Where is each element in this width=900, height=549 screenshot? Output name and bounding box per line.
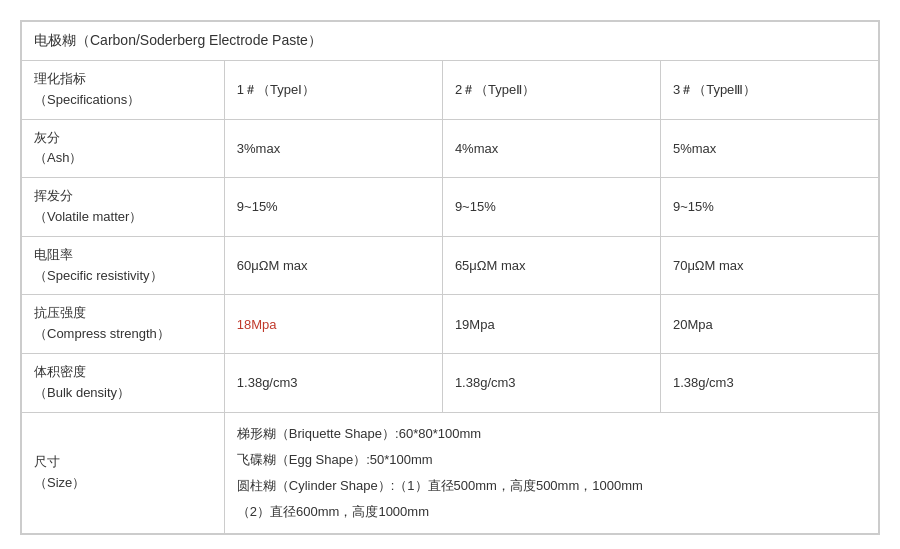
row-density-val3: 1.38g/cm3 [660, 353, 878, 412]
header-type3: 3＃（TypeⅢ） [660, 61, 878, 120]
size-line-3: 圆柱糊（Cylinder Shape）:（1）直径500mm，高度500mm，1… [237, 473, 866, 499]
header-type1: 1＃（TypeⅠ） [224, 61, 442, 120]
row-resistivity-val1: 60μΩM max [224, 236, 442, 295]
table-row: 体积密度 （Bulk density） 1.38g/cm3 1.38g/cm3 … [22, 353, 879, 412]
row-volatile-val2: 9~15% [442, 178, 660, 237]
table-header-row: 理化指标 （Specifications） 1＃（TypeⅠ） 2＃（TypeⅡ… [22, 61, 879, 120]
table-row-size: 尺寸 （Size） 梯形糊（Briquette Shape）:60*80*100… [22, 412, 879, 533]
row-compress-val1: 18Mpa [224, 295, 442, 354]
row-density-zh: 体积密度 [34, 362, 212, 383]
row-volatile-val1: 9~15% [224, 178, 442, 237]
specs-table-container: 电极糊（Carbon/Soderberg Electrode Paste） 理化… [20, 20, 880, 535]
row-resistivity-val3: 70μΩM max [660, 236, 878, 295]
specs-table: 电极糊（Carbon/Soderberg Electrode Paste） 理化… [21, 21, 879, 534]
row-ash-val2: 4%max [442, 119, 660, 178]
row-density-val1: 1.38g/cm3 [224, 353, 442, 412]
size-line-2: 飞碟糊（Egg Shape）:50*100mm [237, 447, 866, 473]
table-title: 电极糊（Carbon/Soderberg Electrode Paste） [22, 22, 879, 61]
row-density-label: 体积密度 （Bulk density） [22, 353, 225, 412]
row-ash-label: 灰分 （Ash） [22, 119, 225, 178]
row-resistivity-zh: 电阻率 [34, 245, 212, 266]
row-size-values: 梯形糊（Briquette Shape）:60*80*100mm 飞碟糊（Egg… [224, 412, 878, 533]
table-title-row: 电极糊（Carbon/Soderberg Electrode Paste） [22, 22, 879, 61]
row-compress-label: 抗压强度 （Compress strength） [22, 295, 225, 354]
row-compress-val3: 20Mpa [660, 295, 878, 354]
header-type2: 2＃（TypeⅡ） [442, 61, 660, 120]
size-line-1: 梯形糊（Briquette Shape）:60*80*100mm [237, 421, 866, 447]
row-compress-zh: 抗压强度 [34, 303, 212, 324]
row-ash-en: （Ash） [34, 148, 212, 169]
row-density-en: （Bulk density） [34, 383, 212, 404]
header-label-zh: 理化指标 [34, 69, 212, 90]
row-volatile-val3: 9~15% [660, 178, 878, 237]
row-compress-val2: 19Mpa [442, 295, 660, 354]
row-ash-val3: 5%max [660, 119, 878, 178]
row-resistivity-val2: 65μΩM max [442, 236, 660, 295]
table-row: 抗压强度 （Compress strength） 18Mpa 19Mpa 20M… [22, 295, 879, 354]
row-size-zh: 尺寸 [34, 452, 212, 473]
row-resistivity-en: （Specific resistivity） [34, 266, 212, 287]
row-size-en: （Size） [34, 473, 212, 494]
row-density-val2: 1.38g/cm3 [442, 353, 660, 412]
size-line-4: （2）直径600mm，高度1000mm [237, 499, 866, 525]
row-ash-zh: 灰分 [34, 128, 212, 149]
header-label-en: （Specifications） [34, 90, 212, 111]
row-volatile-label: 挥发分 （Volatile matter） [22, 178, 225, 237]
row-volatile-zh: 挥发分 [34, 186, 212, 207]
row-size-label: 尺寸 （Size） [22, 412, 225, 533]
table-row: 电阻率 （Specific resistivity） 60μΩM max 65μ… [22, 236, 879, 295]
header-label-cell: 理化指标 （Specifications） [22, 61, 225, 120]
row-compress-en: （Compress strength） [34, 324, 212, 345]
row-ash-val1: 3%max [224, 119, 442, 178]
table-row: 挥发分 （Volatile matter） 9~15% 9~15% 9~15% [22, 178, 879, 237]
row-volatile-en: （Volatile matter） [34, 207, 212, 228]
row-resistivity-label: 电阻率 （Specific resistivity） [22, 236, 225, 295]
table-row: 灰分 （Ash） 3%max 4%max 5%max [22, 119, 879, 178]
